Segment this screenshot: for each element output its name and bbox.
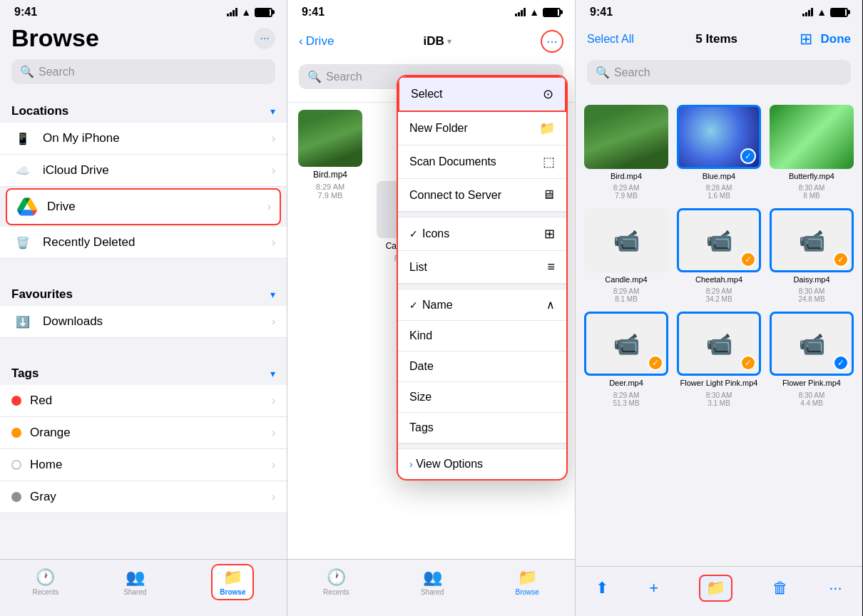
dropdown-menu: Select ⊙ New Folder 📁 Scan Documents ⬚ C… bbox=[397, 75, 568, 481]
wifi-icon-3: ▲ bbox=[817, 6, 827, 18]
dropdown-connect-server[interactable]: Connect to Server 🖥 bbox=[398, 179, 566, 212]
done-button[interactable]: Done bbox=[821, 32, 852, 46]
bottom-nav-2: 🕐 Recents 👥 Shared 📁 Browse bbox=[287, 559, 575, 616]
cheetah-meta-3: 8:29 AM34.2 MB bbox=[705, 287, 732, 303]
view-options-arrow: › bbox=[409, 458, 413, 470]
browse-header: Browse ··· 🔍 Search bbox=[0, 21, 287, 96]
tag-orange-item[interactable]: Orange › bbox=[0, 417, 287, 449]
scan-icon: ⬚ bbox=[543, 154, 555, 170]
status-icons-2: ▲ bbox=[515, 6, 561, 18]
status-time-2: 9:41 bbox=[302, 6, 325, 19]
dropdown-new-folder[interactable]: New Folder 📁 bbox=[398, 112, 566, 145]
browse-icon: 📁 bbox=[223, 568, 242, 587]
recents-label-2: Recents bbox=[323, 588, 349, 596]
browse-nav-item-2[interactable]: 📁 Browse bbox=[516, 568, 539, 596]
shared-label: Shared bbox=[123, 588, 146, 596]
items-count: 5 Items bbox=[695, 32, 737, 46]
sort-name-label: Name bbox=[422, 299, 453, 312]
signal-icon-1 bbox=[227, 8, 238, 16]
browse-content: Locations ▾ 📱 On My iPhone › ☁️ iCloud D… bbox=[0, 96, 287, 616]
drive-label: Drive bbox=[47, 200, 267, 214]
daisy-name-3: Daisy.mp4 bbox=[793, 275, 829, 284]
search-bar-3[interactable]: 🔍 Search bbox=[587, 60, 851, 85]
icloud-drive-item[interactable]: ☁️ iCloud Drive › bbox=[0, 155, 287, 187]
tag-home-item[interactable]: Home › bbox=[0, 449, 287, 481]
dropdown-list[interactable]: List ≡ bbox=[398, 251, 566, 284]
dropdown-view-options[interactable]: › View Options bbox=[398, 449, 566, 479]
file-blue-3[interactable]: ✓ Blue.mp4 8:28 AM1.6 MB bbox=[677, 105, 761, 200]
file-bird-3[interactable]: Bird.mp4 8:29 AM7.9 MB bbox=[584, 105, 668, 200]
sort-date[interactable]: Date bbox=[398, 351, 566, 382]
file-candle-3[interactable]: 📹 Candle.mp4 8:29 AM8.1 MB bbox=[584, 208, 668, 303]
list-label: List bbox=[409, 261, 427, 274]
trash-toolbar-button[interactable]: 🗑 bbox=[772, 579, 788, 597]
more-options-button[interactable]: ··· bbox=[254, 28, 275, 49]
shared-nav-item-2[interactable]: 👥 Shared bbox=[421, 568, 444, 596]
candle-meta-3: 8:29 AM8.1 MB bbox=[613, 287, 640, 303]
blue-selected-badge: ✓ bbox=[740, 148, 756, 164]
browse-nav-item[interactable]: 📁 Browse bbox=[211, 564, 254, 600]
sort-chevron-icon: ∧ bbox=[546, 298, 555, 312]
search-placeholder-1: Search bbox=[39, 66, 75, 78]
name-check: ✓ bbox=[409, 299, 418, 311]
deer-meta-3: 8:29 AM51.3 MB bbox=[613, 391, 639, 407]
signal-icon-2 bbox=[515, 8, 526, 16]
tag-gray-item[interactable]: Gray › bbox=[0, 481, 287, 513]
daisy-thumb-3: 📹 ✓ bbox=[770, 208, 854, 272]
search-placeholder-3: Search bbox=[614, 66, 650, 79]
share-toolbar-button[interactable]: ⬆ bbox=[596, 579, 608, 597]
wifi-icon-2: ▲ bbox=[529, 6, 539, 18]
back-label: Drive bbox=[306, 34, 335, 48]
more-options-button-2[interactable]: ··· bbox=[541, 30, 563, 53]
drive-item[interactable]: Drive › bbox=[6, 188, 281, 225]
connect-server-label: Connect to Server bbox=[409, 189, 501, 202]
file-butterfly-3[interactable]: Butterfly.mp4 8:30 AM8 MB bbox=[770, 105, 854, 200]
shared-nav-item[interactable]: 👥 Shared bbox=[123, 568, 146, 596]
deer-name-3: Deer.mp4 bbox=[609, 379, 643, 388]
tag-red-label: Red bbox=[30, 394, 272, 408]
dropdown-scan-documents[interactable]: Scan Documents ⬚ bbox=[398, 145, 566, 179]
file-deer-3[interactable]: 📹 ✓ Deer.mp4 8:29 AM51.3 MB bbox=[584, 312, 668, 406]
more-toolbar-button[interactable]: ··· bbox=[829, 579, 842, 597]
recently-deleted-item[interactable]: 🗑️ Recently Deleted › bbox=[0, 227, 287, 259]
back-button[interactable]: ‹ Drive bbox=[299, 34, 334, 48]
recents-label: Recents bbox=[32, 588, 58, 596]
file-daisy-3[interactable]: 📹 ✓ Daisy.mp4 8:30 AM24.8 MB bbox=[770, 208, 854, 303]
sort-kind[interactable]: Kind bbox=[398, 321, 566, 351]
file-name-bird: Bird.mp4 bbox=[313, 170, 347, 180]
file-flower-light-3[interactable]: 📹 ✓ Flower Light Pink.mp4 8:30 AM3.1 MB bbox=[677, 312, 761, 406]
icloud-icon: ☁️ bbox=[11, 164, 34, 178]
search-bar-1[interactable]: 🔍 Search bbox=[11, 59, 275, 84]
chevron-right-2: › bbox=[272, 164, 275, 177]
folder-toolbar-button[interactable]: 📁 bbox=[699, 575, 732, 602]
favourites-section: Favourites ▾ bbox=[0, 279, 287, 306]
sort-size[interactable]: Size bbox=[398, 382, 566, 413]
grid-toggle-button[interactable]: ⊞ bbox=[800, 30, 812, 48]
shared-label-2: Shared bbox=[421, 588, 444, 596]
file-cheetah-3[interactable]: 📹 ✓ Cheetah.mp4 8:29 AM34.2 MB bbox=[677, 208, 761, 303]
browse-label-2: Browse bbox=[516, 588, 539, 596]
tag-home-label: Home bbox=[30, 458, 272, 472]
downloads-item[interactable]: ⬇️ Downloads › bbox=[0, 306, 287, 338]
bird-name-3: Bird.mp4 bbox=[611, 172, 642, 181]
file-meta-bird: 8:29 AM7.9 MB bbox=[316, 183, 344, 200]
file-bird[interactable]: Bird.mp4 8:29 AM7.9 MB bbox=[295, 110, 366, 271]
tag-red-item[interactable]: Red › bbox=[0, 385, 287, 417]
on-my-iphone-item[interactable]: 📱 On My iPhone › bbox=[0, 123, 287, 155]
file-flower-3[interactable]: 📹 ✓ Flower Pink.mp4 8:30 AM4.4 MB bbox=[770, 312, 854, 406]
list-icon: ≡ bbox=[547, 260, 555, 274]
select-all-button[interactable]: Select All bbox=[587, 33, 634, 46]
butterfly-meta-3: 8:30 AM8 MB bbox=[799, 184, 825, 200]
phone1: 9:41 ▲ Browse ··· 🔍 Search bbox=[0, 0, 287, 616]
recents-nav-item-2[interactable]: 🕐 Recents bbox=[323, 568, 349, 596]
flower-light-name-3: Flower Light Pink.mp4 bbox=[680, 379, 758, 388]
sort-tags[interactable]: Tags bbox=[398, 413, 566, 443]
blue-thumb-3: ✓ bbox=[677, 105, 761, 169]
add-toolbar-button[interactable]: + bbox=[649, 579, 658, 597]
recents-nav-item[interactable]: 🕐 Recents bbox=[32, 568, 58, 596]
dropdown-icons[interactable]: ✓ Icons ⊞ bbox=[398, 217, 566, 251]
sort-name-header[interactable]: ✓ Name ∧ bbox=[398, 289, 566, 321]
battery-icon-3 bbox=[830, 8, 848, 17]
dropdown-select[interactable]: Select ⊙ bbox=[398, 76, 566, 112]
flower-name-3: Flower Pink.mp4 bbox=[782, 379, 841, 388]
